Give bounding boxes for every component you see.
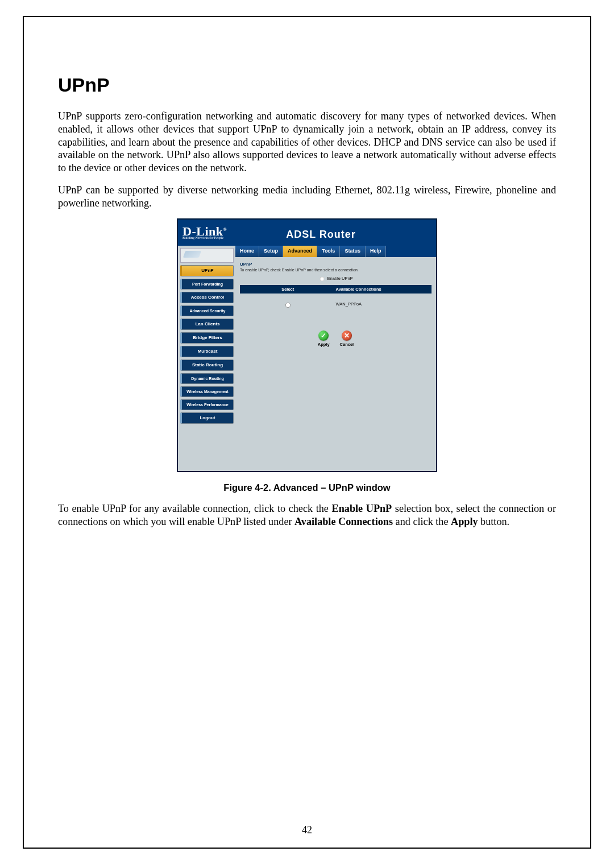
tab-advanced[interactable]: Advanced: [283, 246, 317, 257]
logo-tagline: Building Networks for People: [182, 237, 227, 239]
connection-name: WAN_PPPoA: [336, 301, 432, 310]
sidebar: UPnPPort ForwardingAccess ControlAdvance…: [178, 246, 235, 471]
device-image: [180, 248, 234, 263]
content-heading: UPnP: [240, 262, 432, 267]
sidebar-item-bridge-filters[interactable]: Bridge Filters: [180, 332, 234, 344]
cancel-button[interactable]: ✕ Cancel: [340, 330, 354, 347]
tab-help[interactable]: Help: [366, 246, 387, 257]
enable-upnp-checkbox[interactable]: [320, 277, 325, 282]
paragraph-3: To enable UPnP for any available connect…: [58, 502, 556, 528]
page-number: 42: [24, 824, 590, 836]
tab-status[interactable]: Status: [340, 246, 366, 257]
router-screenshot: D-Link® Building Networks for People ADS…: [177, 218, 437, 472]
sidebar-item-wireless-management[interactable]: Wireless Management: [180, 386, 234, 397]
sidebar-item-advanced-security[interactable]: Advanced Security: [180, 305, 234, 316]
dlink-logo: D-Link® Building Networks for People: [178, 226, 227, 240]
sidebar-item-upnp[interactable]: UPnP: [180, 265, 234, 276]
content-desc: To enable UPnP, check Enable UPnP and th…: [240, 268, 432, 272]
enable-upnp-label: Enable UPnP: [327, 276, 353, 282]
sidebar-item-lan-clients[interactable]: Lan Clients: [180, 319, 234, 330]
cross-icon: ✕: [342, 330, 352, 341]
tab-tools[interactable]: Tools: [317, 246, 340, 257]
router-header: D-Link® Building Networks for People ADS…: [178, 220, 436, 246]
paragraph-1: UPnP supports zero-configuration network…: [58, 110, 556, 175]
main-panel: HomeSetupAdvancedToolsStatusHelp UPnP To…: [235, 246, 436, 471]
cancel-label: Cancel: [340, 342, 354, 347]
th-connections: Available Connections: [336, 287, 432, 292]
content-area: UPnP To enable UPnP, check Enable UPnP a…: [235, 257, 436, 471]
check-icon: ✓: [318, 330, 329, 341]
tab-setup[interactable]: Setup: [259, 246, 283, 257]
sidebar-item-static-routing[interactable]: Static Routing: [180, 359, 234, 371]
figure-caption: Figure 4-2. Advanced – UPnP window: [58, 482, 556, 493]
action-row: ✓ Apply ✕ Cancel: [240, 330, 432, 347]
table-row: WAN_PPPoA: [240, 294, 432, 326]
sidebar-item-wireless-performance[interactable]: Wireless Performance: [180, 399, 234, 410]
th-select: Select: [240, 287, 336, 292]
sidebar-item-dynamic-routing[interactable]: Dynamic Routing: [180, 373, 234, 384]
tab-home[interactable]: Home: [235, 246, 259, 257]
sidebar-item-access-control[interactable]: Access Control: [180, 292, 234, 303]
paragraph-2: UPnP can be supported by diverse network…: [58, 184, 556, 210]
section-title: UPnP: [58, 74, 556, 96]
apply-label: Apply: [318, 342, 330, 347]
tab-bar: HomeSetupAdvancedToolsStatusHelp: [235, 246, 436, 257]
sidebar-item-multicast[interactable]: Multicast: [180, 346, 234, 357]
sidebar-item-logout[interactable]: Logout: [180, 412, 234, 424]
router-title: ADSL Router: [286, 229, 356, 241]
sidebar-item-port-forwarding[interactable]: Port Forwarding: [180, 279, 234, 290]
table-header: Select Available Connections: [240, 285, 432, 294]
enable-upnp-row: Enable UPnP: [240, 275, 432, 283]
figure: D-Link® Building Networks for People ADS…: [58, 218, 556, 472]
apply-button[interactable]: ✓ Apply: [318, 330, 330, 347]
connection-radio[interactable]: [285, 303, 291, 308]
